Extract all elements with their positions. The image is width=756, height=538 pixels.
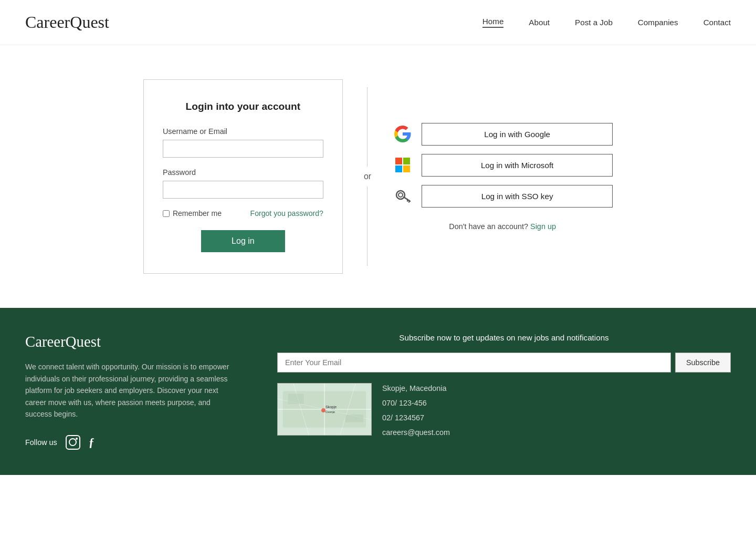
signup-link[interactable]: Sign up [530,222,556,231]
site-logo: CareerQuest [25,13,109,32]
google-row: Log in with Google [392,123,613,146]
nav-about[interactable]: About [529,18,550,27]
login-section: Login into your account Username or Emai… [0,45,756,308]
google-login-button[interactable]: Log in with Google [422,123,613,146]
instagram-link[interactable] [66,435,80,450]
vertical-divider-2 [367,187,368,266]
remember-me-text: Remember me [173,209,222,218]
password-group: Password [163,168,323,199]
username-input[interactable] [163,140,323,158]
main-content: Login into your account Username or Emai… [0,45,756,308]
svg-point-0 [396,191,405,199]
social-login-container: Log in with Google Log in with Microsoft [392,123,613,231]
password-input[interactable] [163,181,323,199]
footer-right: Subscribe now to get updates on new jobs… [277,333,731,450]
or-text: or [364,167,371,187]
vertical-divider [367,87,368,167]
google-icon [392,123,413,144]
subscribe-button[interactable]: Subscribe [675,353,731,373]
footer-logo: CareerQuest [25,333,235,350]
microsoft-row: Log in with Microsoft [392,154,613,177]
facebook-link[interactable]: ƒ [89,436,94,449]
svg-point-12 [321,408,326,412]
contact-info: Skopje, Macedonia 070/ 123-456 02/ 12345… [382,383,450,438]
svg-text:Skopje: Skopje [326,405,337,409]
footer-info-row: Skopje Скопје Skopje, Macedonia 070/ 123… [277,383,731,438]
password-label: Password [163,168,323,177]
nav-contact[interactable]: Contact [704,18,731,27]
footer: CareerQuest We connect talent with oppor… [0,308,756,475]
sso-login-button[interactable]: Log in with SSO key [422,185,613,208]
footer-description: We connect talent with opportunity. Our … [25,361,235,420]
divider-container: or [343,87,392,266]
instagram-icon [66,435,80,450]
microsoft-login-button[interactable]: Log in with Microsoft [422,154,613,177]
svg-text:Скопје: Скопје [326,410,335,413]
login-form-container: Login into your account Username or Emai… [143,79,343,274]
sso-key-icon [392,185,413,206]
facebook-icon: ƒ [89,436,94,449]
svg-rect-15 [288,394,304,404]
remember-me-checkbox[interactable] [163,210,170,217]
signup-row: Don't have an account? Sign up [392,222,613,231]
sso-row: Log in with SSO key [392,185,613,208]
login-button[interactable]: Log in [201,230,285,252]
subscribe-email-input[interactable] [277,353,671,373]
location-text: Skopje, Macedonia [382,383,450,394]
svg-rect-16 [345,415,364,422]
map-image: Skopje Скопје [277,383,372,436]
main-nav: Home About Post a Job Companies Contact [482,17,731,28]
subscribe-title: Subscribe now to get updates on new jobs… [277,333,731,342]
no-account-text: Don't have an account? [449,222,528,231]
subscribe-row: Subscribe [277,353,731,373]
follow-us-row: Follow us ƒ [25,435,235,450]
microsoft-icon [392,154,413,175]
nav-companies[interactable]: Companies [638,18,678,27]
phone2-text: 02/ 1234567 [382,412,450,423]
username-group: Username or Email [163,127,323,158]
email-text: careers@quest.com [382,427,450,438]
forgot-password-link[interactable]: Forgot you password? [250,209,323,218]
remember-forgot-row: Remember me Forgot you password? [163,209,323,218]
footer-left: CareerQuest We connect talent with oppor… [25,333,235,450]
follow-us-label: Follow us [25,438,57,447]
remember-me-label[interactable]: Remember me [163,209,222,218]
nav-post-job[interactable]: Post a Job [575,18,613,27]
login-title: Login into your account [163,101,323,112]
phone1-text: 070/ 123-456 [382,398,450,408]
username-label: Username or Email [163,127,323,136]
nav-home[interactable]: Home [482,17,504,28]
svg-point-1 [398,193,403,197]
